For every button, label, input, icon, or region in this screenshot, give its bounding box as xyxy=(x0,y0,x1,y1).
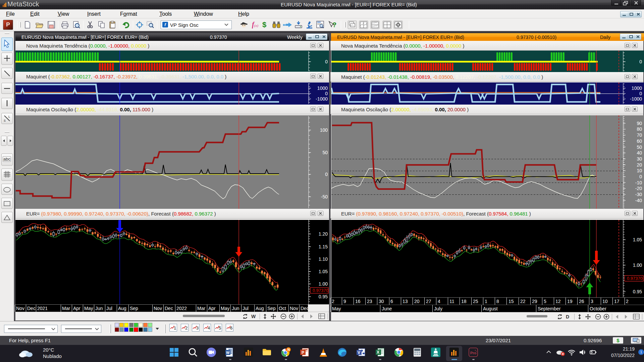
svg-text:0: 0 xyxy=(325,59,328,64)
svg-text:N: N xyxy=(287,348,290,352)
svg-text:0: 0 xyxy=(325,91,328,96)
svg-text:1.10: 1.10 xyxy=(319,256,328,262)
svg-text:L: L xyxy=(8,115,10,118)
svg-text:50: 50 xyxy=(637,144,642,150)
svg-text:70: 70 xyxy=(637,132,642,138)
svg-text:40: 40 xyxy=(637,150,642,156)
svg-text:X: X xyxy=(377,350,379,355)
svg-text:20: 20 xyxy=(637,162,642,168)
svg-text:0.95: 0.95 xyxy=(319,294,328,299)
svg-text:W: W xyxy=(226,351,230,355)
svg-text:-30: -30 xyxy=(635,192,642,197)
svg-text:0.97370: 0.97370 xyxy=(627,276,643,281)
svg-text:30: 30 xyxy=(637,156,642,162)
svg-text:80: 80 xyxy=(637,126,642,132)
svg-text:0: 0 xyxy=(639,174,642,179)
svg-text:50: 50 xyxy=(322,150,328,155)
svg-text:-1000: -1000 xyxy=(630,96,642,102)
svg-text:1.20: 1.20 xyxy=(319,231,328,237)
svg-text:-50: -50 xyxy=(321,194,328,199)
svg-text:60: 60 xyxy=(637,138,642,144)
svg-text:90: 90 xyxy=(637,121,642,126)
svg-text:0.95: 0.95 xyxy=(633,289,642,294)
svg-text:S: S xyxy=(4,119,6,122)
svg-text:0: 0 xyxy=(639,59,642,64)
svg-text:1.00: 1.00 xyxy=(319,281,328,287)
svg-text:Pro: Pro xyxy=(470,351,477,355)
svg-text:100: 100 xyxy=(320,127,328,133)
svg-text:V: V xyxy=(358,350,360,355)
svg-text:1.00: 1.00 xyxy=(633,262,642,268)
svg-text:-10: -10 xyxy=(635,180,642,185)
svg-text:-1000: -1000 xyxy=(316,96,328,102)
svg-text:P: P xyxy=(302,350,304,355)
svg-text:-20: -20 xyxy=(635,186,642,191)
svg-text:-40: -40 xyxy=(635,198,642,203)
svg-text:1.05: 1.05 xyxy=(319,269,328,274)
svg-text:1000: 1000 xyxy=(317,85,328,91)
svg-text:?: ? xyxy=(332,21,336,28)
svg-text:1.15: 1.15 xyxy=(319,244,328,249)
svg-text:0: 0 xyxy=(325,172,328,177)
svg-text:1000: 1000 xyxy=(632,85,642,91)
svg-text:1.05: 1.05 xyxy=(633,237,642,242)
svg-text:0.97370: 0.97370 xyxy=(313,288,328,293)
svg-text:0: 0 xyxy=(639,91,642,96)
svg-text:10: 10 xyxy=(637,168,642,173)
